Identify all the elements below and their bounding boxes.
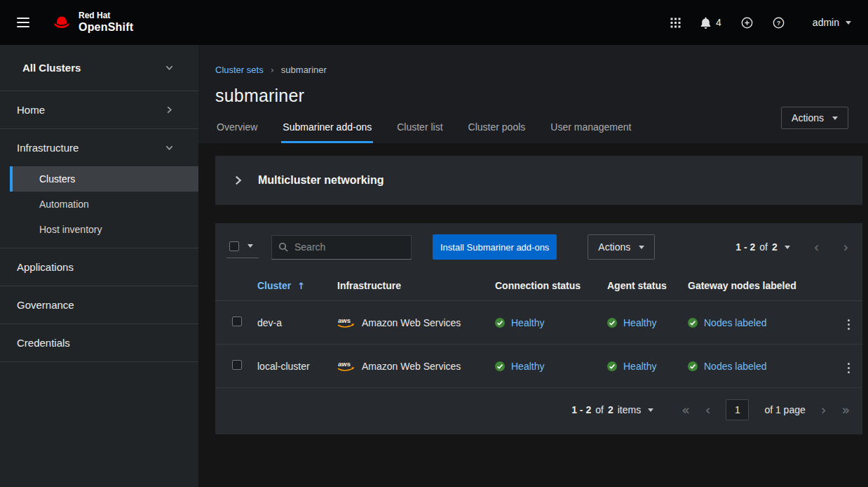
agent-status-link[interactable]: Healthy	[623, 317, 656, 328]
tab-submariner-add-ons[interactable]: Submariner add-ons	[281, 116, 373, 143]
column-header-infrastructure[interactable]: Infrastructure	[337, 271, 495, 301]
top-pagination: 1 - 2 of 2 ‹ ›	[735, 241, 851, 254]
quick-create-icon[interactable]	[741, 17, 753, 29]
sort-ascending-icon: ↑	[297, 281, 305, 291]
sidebar-item-label: Applications	[17, 261, 74, 273]
multicluster-networking-expandable[interactable]: Multicluster networking	[215, 156, 862, 205]
svg-text:aws: aws	[338, 316, 351, 324]
sidebar-item-label: Credentials	[17, 337, 70, 349]
bulk-select-dropdown[interactable]	[226, 236, 259, 258]
row-checkbox[interactable]	[232, 360, 242, 370]
column-header-connection-status[interactable]: Connection status	[495, 271, 607, 301]
last-page-icon[interactable]: »	[841, 403, 850, 417]
select-all-checkbox[interactable]	[229, 241, 239, 251]
prev-page-icon[interactable]: ‹	[814, 241, 820, 254]
page-header: Cluster sets › submariner submariner Ove…	[198, 45, 868, 143]
sidebar-item-label: Governance	[17, 299, 74, 311]
check-circle-icon	[495, 361, 505, 371]
sidebar-item-automation[interactable]: Automation	[0, 192, 198, 217]
caret-down-icon	[846, 21, 851, 25]
column-header-cluster[interactable]: Cluster↑	[257, 271, 337, 301]
caret-down-icon	[247, 244, 253, 248]
breadcrumb-current: submariner	[281, 65, 327, 75]
clusters-table: Cluster↑ Infrastructure Connection statu…	[215, 271, 862, 388]
notifications-bell-icon[interactable]: 4	[700, 17, 721, 29]
caret-down-icon	[639, 246, 644, 249]
table-row: dev-a aws	[215, 301, 862, 345]
chevron-right-icon	[165, 106, 173, 114]
table-row: local-cluster aws	[215, 345, 862, 388]
caret-down-icon	[832, 116, 838, 120]
search-input[interactable]	[271, 235, 412, 260]
prev-page-icon[interactable]: ‹	[705, 403, 711, 417]
row-checkbox[interactable]	[232, 316, 242, 326]
nav-toggle-hamburger-icon[interactable]	[17, 18, 29, 27]
expand-angle-right-icon	[233, 175, 243, 185]
install-submariner-addons-button[interactable]: Install Submariner add-ons	[433, 234, 557, 260]
tab-cluster-pools[interactable]: Cluster pools	[467, 116, 527, 143]
next-page-icon[interactable]: ›	[821, 403, 827, 417]
gateway-nodes-link[interactable]: Nodes labeled	[704, 361, 767, 372]
sidebar-nav: All Clusters Home Infrastructure Cluster…	[0, 45, 198, 487]
infrastructure-label: Amazon Web Services	[362, 317, 461, 328]
brand-line2: OpenShift	[79, 21, 133, 34]
gateway-nodes-link[interactable]: Nodes labeled	[704, 317, 767, 328]
sidebar-item-host-inventory[interactable]: Host inventory	[0, 217, 198, 242]
page-of-label: of 1 page	[764, 404, 805, 415]
pagination-of-label: of	[595, 404, 604, 415]
caret-down-icon	[648, 408, 653, 412]
sidebar-item-governance[interactable]: Governance	[0, 286, 198, 324]
row-kebab-menu-icon[interactable]	[843, 316, 854, 333]
masthead: Red Hat OpenShift 4	[0, 0, 868, 45]
column-header-checkbox	[215, 271, 257, 301]
tab-overview[interactable]: Overview	[215, 116, 259, 143]
check-circle-icon	[607, 318, 617, 328]
submariner-addons-table-card: Install Submariner add-ons Actions 1 - 2…	[215, 223, 862, 434]
svg-text:?: ?	[777, 19, 780, 26]
breadcrumb-link-cluster-sets[interactable]: Cluster sets	[215, 65, 264, 75]
pagination-range: 1 - 2	[571, 404, 591, 415]
sidebar-item-infrastructure[interactable]: Infrastructure	[0, 129, 198, 166]
sidebar-item-label: Clusters	[39, 173, 75, 185]
user-menu[interactable]: admin	[813, 17, 851, 28]
pagination-summary-dropdown[interactable]: 1 - 2 of 2	[735, 241, 790, 253]
page-content: Multicluster networking	[198, 143, 868, 487]
column-header-actions	[841, 271, 862, 301]
sidebar-item-credentials[interactable]: Credentials	[0, 324, 198, 362]
check-circle-icon	[607, 361, 617, 371]
connection-status-link[interactable]: Healthy	[511, 361, 544, 372]
perspective-switcher[interactable]: All Clusters	[0, 45, 198, 91]
agent-status-link[interactable]: Healthy	[623, 361, 656, 372]
search-box	[271, 235, 412, 260]
tab-cluster-list[interactable]: Cluster list	[395, 116, 444, 143]
connection-status-link[interactable]: Healthy	[511, 317, 544, 328]
page-actions-dropdown[interactable]: Actions	[781, 107, 848, 129]
pagination-items-dropdown[interactable]: 1 - 2 of 2 items	[571, 404, 653, 415]
brand-line1: Red Hat	[79, 11, 133, 20]
infrastructure-label: Amazon Web Services	[362, 361, 461, 372]
column-header-agent-status[interactable]: Agent status	[607, 271, 688, 301]
check-circle-icon	[688, 318, 698, 328]
sidebar-item-applications[interactable]: Applications	[0, 248, 198, 286]
current-page-input[interactable]	[726, 399, 749, 420]
first-page-icon[interactable]: «	[681, 403, 690, 417]
redhat-hat-icon	[50, 14, 73, 31]
next-page-icon[interactable]: ›	[843, 241, 848, 254]
sidebar-item-home[interactable]: Home	[0, 91, 198, 129]
row-kebab-menu-icon[interactable]	[843, 360, 854, 376]
tab-user-management[interactable]: User management	[549, 116, 632, 143]
check-circle-icon	[495, 318, 505, 328]
sidebar-item-clusters[interactable]: Clusters	[10, 166, 198, 192]
app-launcher-icon[interactable]	[670, 18, 681, 28]
toolbar-actions-label: Actions	[598, 241, 630, 253]
aws-icon: aws	[337, 360, 355, 372]
table-header-row: Cluster↑ Infrastructure Connection statu…	[215, 271, 862, 301]
bottom-pagination: 1 - 2 of 2 items « ‹ of 1 page ›	[215, 388, 862, 434]
column-header-label: Cluster	[257, 280, 291, 291]
sidebar-item-label: Infrastructure	[17, 142, 79, 154]
help-icon[interactable]: ?	[773, 17, 785, 29]
column-header-gateway-nodes-labeled[interactable]: Gateway nodes labeled	[688, 271, 841, 301]
toolbar-actions-dropdown[interactable]: Actions	[588, 234, 655, 260]
pagination-items-label: items	[618, 404, 641, 415]
svg-text:aws: aws	[338, 360, 351, 368]
